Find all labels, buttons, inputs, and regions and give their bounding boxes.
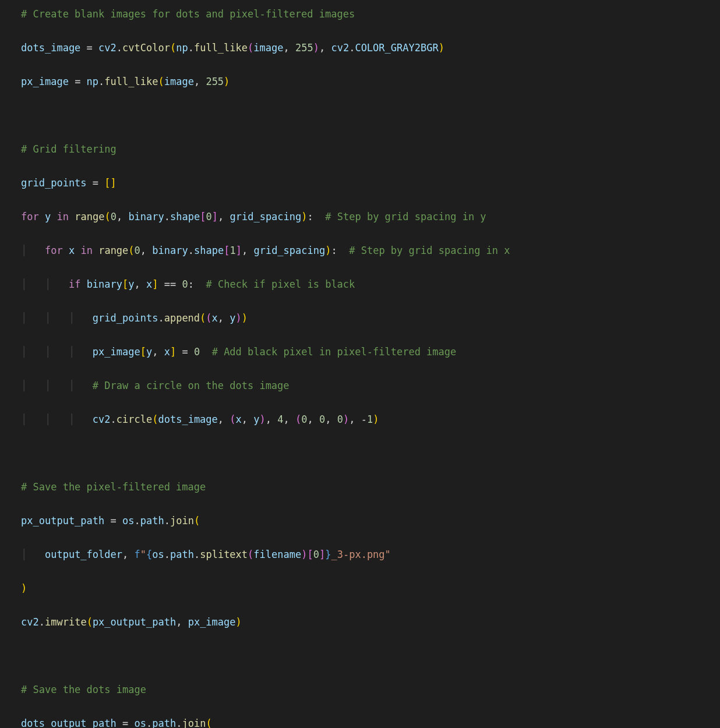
code-line: │ output_folder, f"{os.path.splitext(fil… [0,546,720,563]
code-line: cv2.imwrite(px_output_path, px_image) [0,614,720,631]
code-line: dots_output_path = os.path.join( [0,715,720,728]
code-line: grid_points = [] [0,175,720,192]
code-line: │ │ │ cv2.circle(dots_image, (x, y), 4, … [0,411,720,428]
code-line: px_output_path = os.path.join( [0,513,720,529]
code-line: │ │ │ grid_points.append((x, y)) [0,310,720,327]
code-line: # Grid filtering [0,141,720,158]
code-line: │ │ if binary[y, x] == 0: # Check if pix… [0,276,720,293]
code-line [0,107,720,124]
code-line: # Save the pixel-filtered image [0,479,720,496]
code-line: │ │ │ # Draw a circle on the dots image [0,377,720,394]
code-line [0,648,720,665]
code-line: │ for x in range(0, binary.shape[1], gri… [0,242,720,259]
code-line: │ │ │ px_image[y, x] = 0 # Add black pix… [0,344,720,361]
code-block: # Create blank images for dots and pixel… [0,0,720,728]
code-line [0,445,720,462]
code-line: ) [0,580,720,597]
code-line: # Create blank images for dots and pixel… [0,6,720,23]
code-line: # Save the dots image [0,681,720,698]
code-line: for y in range(0, binary.shape[0], grid_… [0,208,720,225]
code-line: dots_image = cv2.cvtColor(np.full_like(i… [0,40,720,56]
code-line: px_image = np.full_like(image, 255) [0,73,720,90]
